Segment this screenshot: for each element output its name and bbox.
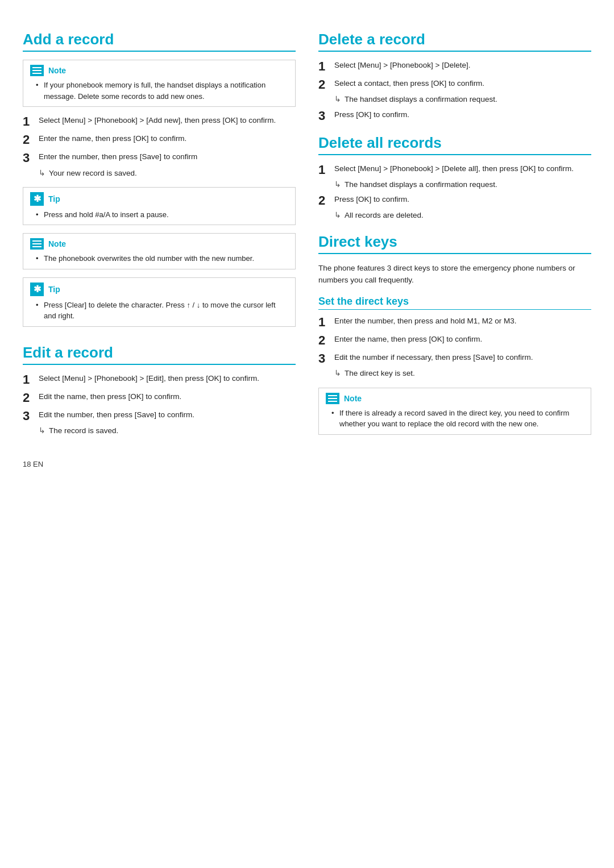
delall-arrow-1: ↳ (334, 179, 341, 190)
note1-item1: If your phonebook memory is full, the ha… (36, 80, 288, 102)
sdk-step-num-3: 3 (318, 352, 330, 366)
right-column: Delete a record 1 Select [Menu] > [Phone… (318, 17, 591, 468)
dk-note-list: If there is already a record saved in th… (326, 408, 584, 430)
tip1-icon: ✱ (30, 192, 44, 206)
delall-step2-indent: ↳ All records are deleted. (318, 210, 591, 221)
del-step-3: 3 Press [OK] to confirm. (318, 109, 591, 123)
edit-step3-indent-text: The record is saved. (49, 425, 118, 437)
add-step-3: 3 Enter the number, then press [Save] to… (23, 151, 296, 165)
sdk-step-content-2: Enter the name, then press [OK] to confi… (334, 334, 591, 345)
left-column: Add a record Note If your phonebook memo… (23, 17, 296, 468)
sdk-step3-indent-text: The direct key is set. (345, 368, 415, 379)
direct-keys-title: Direct keys (318, 233, 591, 254)
add-step-2: 2 Enter the name, then press [OK] to con… (23, 133, 296, 147)
tip1-label: Tip (48, 194, 60, 203)
add-record-tip2: ✱ Tip Press [Clear] to delete the charac… (23, 277, 296, 327)
edit-step3-indent: ↳ The record is saved. (23, 425, 296, 437)
del-step-2: 2 Select a contact, then press [OK] to c… (318, 78, 591, 92)
note1-header: Note (30, 65, 288, 76)
del-step-num-3: 3 (318, 109, 330, 123)
tip2-item1: Press [Clear] to delete the character. P… (36, 300, 288, 322)
tip2-icon: ✱ (30, 283, 44, 296)
del-step-content-1: Select [Menu] > [Phonebook] > [Delete]. (334, 60, 591, 71)
delall-step2-indent-text: All records are deleted. (345, 210, 424, 221)
delall-step-2: 2 Press [OK] to confirm. (318, 194, 591, 207)
delete-record-section: Delete a record 1 Select [Menu] > [Phone… (318, 31, 591, 123)
delall-step-num-2: 2 (318, 194, 330, 207)
note2-label: Note (48, 239, 66, 248)
direct-keys-note: Note If there is already a record saved … (318, 388, 591, 435)
edit-step-1: 1 Select [Menu] > [Phonebook] > [Edit], … (23, 373, 296, 387)
delete-record-title: Delete a record (318, 31, 591, 52)
edit-record-steps: 1 Select [Menu] > [Phonebook] > [Edit], … (23, 373, 296, 437)
delete-all-section: Delete all records 1 Select [Menu] > [Ph… (318, 134, 591, 222)
note1-list: If your phonebook memory is full, the ha… (30, 80, 288, 102)
sdk-step-content-1: Enter the number, then press and hold M1… (334, 315, 591, 327)
del-step-content-2: Select a contact, then press [OK] to con… (334, 78, 591, 89)
del-step-1: 1 Select [Menu] > [Phonebook] > [Delete]… (318, 60, 591, 73)
sdk-step-3: 3 Edit the number if necessary, then pre… (318, 352, 591, 366)
arrow-1: ↳ (39, 168, 45, 179)
add-step3-indent-text: Your new record is saved. (49, 168, 137, 179)
add-record-note2: Note The phonebook overwrites the old nu… (23, 233, 296, 269)
del-step-num-2: 2 (318, 78, 330, 92)
step-num-2: 2 (23, 133, 34, 147)
add-record-note1: Note If your phonebook memory is full, t… (23, 60, 296, 107)
sdk-step-1: 1 Enter the number, then press and hold … (318, 315, 591, 329)
edit-step-num-2: 2 (23, 391, 34, 405)
dk-note-icon (326, 393, 339, 404)
note2-icon (30, 238, 44, 250)
step-content-1: Select [Menu] > [Phonebook] > [Add new],… (39, 115, 296, 126)
edit-record-section: Edit a record 1 Select [Menu] > [Phonebo… (23, 344, 296, 437)
note-icon (30, 65, 44, 76)
step-num-3: 3 (23, 151, 34, 165)
del-step-num-1: 1 (318, 60, 330, 73)
add-record-steps: 1 Select [Menu] > [Phonebook] > [Add new… (23, 115, 296, 179)
edit-arrow-1: ↳ (39, 425, 45, 437)
delall-step-num-1: 1 (318, 163, 330, 177)
page-number: 18 EN (23, 460, 296, 468)
note1-label: Note (48, 66, 66, 75)
edit-step-content-2: Edit the name, then press [OK] to confir… (39, 391, 296, 402)
tip2-label: Tip (48, 285, 60, 294)
edit-record-title: Edit a record (23, 344, 296, 365)
sdk-step-2: 2 Enter the name, then press [OK] to con… (318, 334, 591, 347)
edit-step-3: 3 Edit the number, then press [Save] to … (23, 409, 296, 423)
delete-record-steps: 1 Select [Menu] > [Phonebook] > [Delete]… (318, 60, 591, 123)
tip2-list: Press [Clear] to delete the character. P… (30, 300, 288, 322)
del-step2-indent-text: The handset displays a confirmation requ… (345, 94, 497, 105)
sdk-step-num-1: 1 (318, 315, 330, 329)
dk-note-item1: If there is already a record saved in th… (331, 408, 584, 430)
edit-step-2: 2 Edit the name, then press [OK] to conf… (23, 391, 296, 405)
tip2-header: ✱ Tip (30, 283, 288, 296)
set-direct-keys-subtitle: Set the direct keys (318, 296, 591, 310)
add-record-title: Add a record (23, 31, 296, 52)
add-step-1: 1 Select [Menu] > [Phonebook] > [Add new… (23, 115, 296, 128)
del-arrow-1: ↳ (334, 94, 341, 105)
sdk-step-content-3: Edit the number if necessary, then press… (334, 352, 591, 363)
note2-item1: The phonebook overwrites the old number … (36, 253, 288, 264)
edit-step-num-1: 1 (23, 373, 34, 387)
tip1-list: Press and hold #a/A to insert a pause. (30, 209, 288, 221)
delall-step1-indent: ↳ The handset displays a confirmation re… (318, 179, 591, 190)
direct-keys-section: Direct keys The phone features 3 direct … (318, 233, 591, 435)
sdk-arrow-1: ↳ (334, 368, 341, 379)
sdk-step3-indent: ↳ The direct key is set. (318, 368, 591, 379)
delall-step-1: 1 Select [Menu] > [Phonebook] > [Delete … (318, 163, 591, 177)
edit-step-content-1: Select [Menu] > [Phonebook] > [Edit], th… (39, 373, 296, 384)
delall-step-content-1: Select [Menu] > [Phonebook] > [Delete al… (334, 163, 591, 175)
delall-step1-indent-text: The handset displays a confirmation requ… (345, 179, 497, 190)
delete-all-title: Delete all records (318, 134, 591, 155)
set-direct-keys-steps: 1 Enter the number, then press and hold … (318, 315, 591, 380)
note2-header: Note (30, 238, 288, 250)
step-num-1: 1 (23, 115, 34, 128)
delall-arrow-2: ↳ (334, 210, 341, 221)
direct-keys-description: The phone features 3 direct keys to stor… (318, 262, 591, 286)
delete-all-steps: 1 Select [Menu] > [Phonebook] > [Delete … (318, 163, 591, 222)
tip1-header: ✱ Tip (30, 192, 288, 206)
page-layout: Add a record Note If your phonebook memo… (23, 17, 591, 468)
delall-step-content-2: Press [OK] to confirm. (334, 194, 591, 205)
del-step2-indent: ↳ The handset displays a confirmation re… (318, 94, 591, 105)
note2-list: The phonebook overwrites the old number … (30, 253, 288, 264)
edit-step-num-3: 3 (23, 409, 34, 423)
